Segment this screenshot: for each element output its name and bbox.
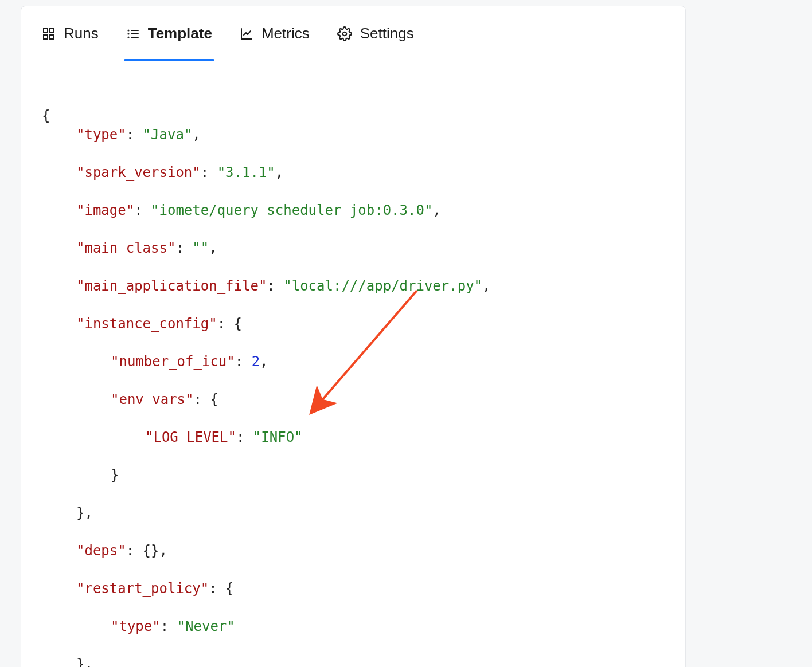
key-restart-policy: "restart_policy" [76,580,209,597]
tab-template-label: Template [148,25,212,42]
template-code-block: { "type": "Java", "spark_version": "3.1.… [21,61,685,667]
svg-rect-3 [50,35,54,39]
brace: { [42,108,50,124]
list-icon [126,27,140,41]
key-log-level: "LOG_LEVEL" [145,429,236,445]
svg-rect-1 [50,29,54,33]
tab-settings-label: Settings [360,25,414,42]
gear-icon [337,26,352,41]
svg-point-7 [128,30,128,30]
tab-runs-label: Runs [64,25,99,42]
svg-point-10 [342,32,346,36]
key-instance-config: "instance_config" [76,316,217,332]
val-main-class: "" [192,240,209,256]
val-spark-version: "3.1.1" [217,164,275,181]
val-log-level: "INFO" [253,429,303,445]
key-deps: "deps" [76,543,126,559]
tab-template[interactable]: Template [126,6,212,61]
key-spark-version: "spark_version" [76,164,201,181]
val-image: "iomete/query_scheduler_job:0.3.0" [151,202,432,218]
key-main-class: "main_class" [76,240,175,256]
val-rp-type: "Never" [177,618,235,634]
key-env-vars: "env_vars" [111,391,194,407]
val-number-of-icu: 2 [252,354,260,370]
svg-rect-2 [44,35,48,39]
svg-point-8 [128,33,128,34]
chart-icon [240,27,253,41]
svg-point-9 [128,37,128,37]
tab-settings[interactable]: Settings [337,6,414,61]
svg-rect-0 [44,29,48,33]
tab-metrics-label: Metrics [261,25,310,42]
tab-metrics[interactable]: Metrics [240,6,310,61]
key-type: "type" [76,127,126,143]
code: { "type": "Java", "spark_version": "3.1.… [42,88,665,667]
tab-runs[interactable]: Runs [42,6,99,61]
grid-icon [42,27,56,41]
card: Runs Template Metrics [21,6,686,667]
key-rp-type: "type" [111,618,161,634]
key-image: "image" [76,202,134,218]
tab-bar: Runs Template Metrics [21,6,685,61]
key-number-of-icu: "number_of_icu" [111,354,235,370]
val-type: "Java" [143,127,193,143]
val-main-app-file: "local:///app/driver.py" [283,278,482,294]
key-main-app-file: "main_application_file" [76,278,267,294]
